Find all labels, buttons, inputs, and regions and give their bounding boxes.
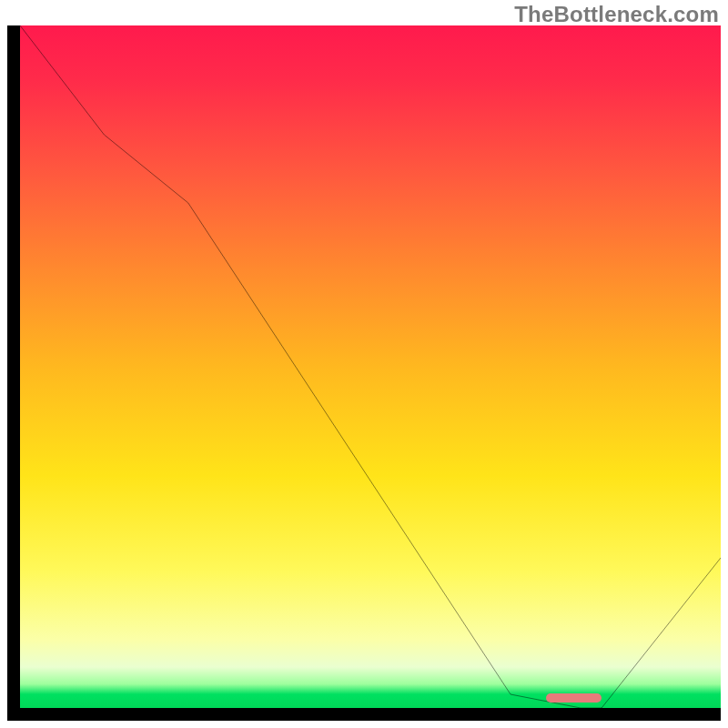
chart-canvas: TheBottleneck.com [0, 0, 728, 728]
x-axis [7, 708, 721, 721]
y-axis [7, 25, 20, 721]
optimal-range-marker [546, 693, 602, 703]
plot-area [20, 25, 721, 708]
bottleneck-curve [20, 25, 721, 708]
watermark-text: TheBottleneck.com [514, 2, 719, 27]
